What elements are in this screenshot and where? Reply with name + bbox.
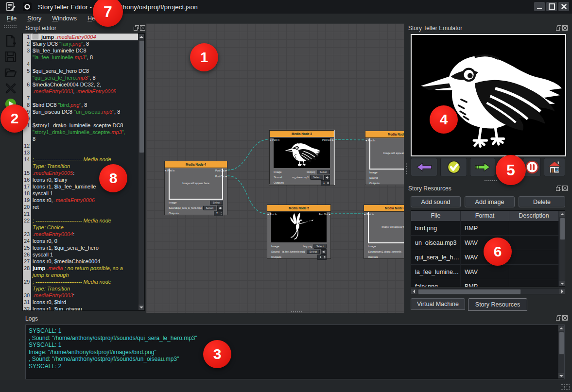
code-line[interactable]: 8 bbox=[23, 136, 138, 142]
node-title[interactable]: Media Node 4 bbox=[165, 161, 227, 168]
code-line[interactable]: 3$la_fee_luminelle DC8 bbox=[23, 47, 138, 54]
code-line[interactable]: 32lcons r1, $un_oiseau bbox=[23, 306, 138, 310]
code-line[interactable]: 25lcons r1, $qui_sera_le_hero bbox=[23, 244, 138, 251]
media-node[interactable]: Media Node 3Imagebird.pngSelectSoundun_o… bbox=[269, 130, 334, 185]
close-project-button[interactable] bbox=[4, 82, 17, 95]
script-editor-close-icon[interactable] bbox=[139, 25, 146, 31]
resources-float-icon[interactable] bbox=[555, 185, 562, 191]
script-editor[interactable]: 1jump .mediaEntry00042$fairy DC8 "fairy.… bbox=[22, 33, 145, 311]
new-script-button[interactable] bbox=[4, 34, 17, 48]
code-line[interactable]: 19lcons r0, .mediaEntry0006 bbox=[23, 197, 138, 204]
code-line[interactable]: 13 bbox=[23, 149, 138, 156]
code-line[interactable]: "qui_sera_le_hero.mp3", 8 bbox=[23, 74, 138, 81]
code-line[interactable]: 2$fairy DC8 "fairy.png", 8 bbox=[23, 40, 138, 47]
code-line[interactable]: jump is enough bbox=[23, 272, 138, 278]
resources-close-icon[interactable] bbox=[562, 185, 568, 191]
code-line[interactable]: 26syscall 1 bbox=[23, 251, 138, 258]
scrollbar-thumb[interactable] bbox=[139, 40, 144, 153]
node-title[interactable]: Media Node bbox=[365, 131, 404, 138]
port-in[interactable]: ◄ Port In bbox=[267, 213, 277, 216]
tab-virtual-machine[interactable]: Virtual Machine bbox=[411, 298, 465, 310]
scroll-up-button[interactable] bbox=[559, 211, 565, 217]
script-editor-float-icon[interactable] bbox=[133, 25, 139, 31]
outputs-spinner[interactable]: 2 bbox=[214, 211, 223, 216]
code-line[interactable]: 12 bbox=[23, 142, 138, 149]
code-line[interactable]: 31lcons r0, $bird bbox=[23, 299, 138, 306]
sound-select-button[interactable]: Select bbox=[310, 175, 323, 180]
emulator-header[interactable]: Story Teller Emulator bbox=[408, 24, 462, 32]
script-editor-header[interactable]: Script editor bbox=[25, 24, 56, 32]
code-line[interactable]: 5$qui_sera_le_hero DC8 bbox=[23, 68, 138, 74]
logs-scrollbar[interactable] bbox=[558, 325, 564, 379]
splitter-handle-bottom[interactable] bbox=[291, 311, 303, 313]
back-button[interactable] bbox=[411, 158, 437, 176]
spin-up-icon[interactable] bbox=[327, 181, 329, 183]
image-select-button[interactable]: Select bbox=[210, 200, 223, 205]
code-line[interactable]: Type: Transition bbox=[23, 285, 138, 292]
code-line[interactable]: 21 bbox=[23, 210, 138, 217]
port-out[interactable]: Port Out ► bbox=[215, 169, 227, 172]
media-node[interactable]: Media Node 5Imagefairy.pngSelectSoundla_… bbox=[267, 205, 331, 259]
menu-story[interactable]: Story bbox=[27, 15, 41, 22]
resources-table-vscroll[interactable] bbox=[559, 211, 565, 287]
scroll-down-button[interactable] bbox=[139, 305, 144, 310]
code-line[interactable]: .mediaEntry0003, .mediaEntry0005 bbox=[23, 88, 138, 95]
code-line[interactable]: 22; -------------------------- Media nod… bbox=[23, 217, 138, 224]
menu-file[interactable]: File bbox=[7, 15, 17, 22]
media-node[interactable]: Media Node 6Image will appear hereImageS… bbox=[364, 205, 404, 259]
code-line[interactable]: 10 bbox=[23, 115, 138, 122]
sound-select-button[interactable]: Select bbox=[404, 175, 404, 180]
play-sound-button[interactable] bbox=[217, 205, 223, 211]
code-line[interactable]: 29; -------------------------- Media nod… bbox=[23, 278, 138, 285]
node-title[interactable]: Media Node 3 bbox=[270, 131, 334, 137]
sound-select-button[interactable]: Select bbox=[203, 205, 216, 210]
logs-close-icon[interactable] bbox=[562, 315, 568, 321]
column-header[interactable]: Description bbox=[509, 211, 559, 221]
code-line[interactable]: 11$story1_drako_luminelle_sceptre DC8 bbox=[23, 122, 138, 129]
splitter-handle-right[interactable] bbox=[405, 163, 408, 175]
scrollbar-thumb[interactable] bbox=[560, 218, 565, 240]
media-node[interactable]: Media Node 4Image will appear hereImageS… bbox=[164, 161, 227, 215]
sound-select-button[interactable]: Select bbox=[307, 249, 320, 254]
port-in[interactable]: ◄ Port In bbox=[269, 138, 279, 141]
image-select-button[interactable]: Select bbox=[313, 244, 327, 249]
emulator-float-icon[interactable] bbox=[555, 25, 562, 31]
tab-story-resources[interactable]: Story Resources bbox=[468, 298, 527, 311]
column-header[interactable]: Format bbox=[461, 211, 509, 221]
code-line[interactable]: 9$un_oiseau DC8 "un_oiseau.mp3", 8 bbox=[23, 108, 138, 115]
code-line[interactable]: 18syscall 1 bbox=[23, 190, 138, 197]
scroll-down-button[interactable] bbox=[558, 373, 564, 378]
code-line[interactable]: 6$mediaChoice0004 DC32, 2, bbox=[23, 81, 138, 88]
scrollbar-thumb[interactable] bbox=[418, 289, 521, 294]
port-in[interactable]: ◄ Port In bbox=[365, 139, 375, 142]
code-line[interactable]: 14; -------------------------- Media nod… bbox=[23, 156, 138, 163]
title-bar[interactable]: StoryTeller Editor - /home/anthony/ostpr… bbox=[0, 0, 572, 14]
scroll-up-button[interactable] bbox=[139, 34, 144, 39]
outputs-spinner[interactable]: 1 bbox=[317, 255, 327, 260]
log-console[interactable]: SYSCALL: 1, Sound: "/home/anthony/ostpro… bbox=[25, 324, 565, 379]
port-out[interactable]: Port Out ► bbox=[319, 213, 331, 216]
port-in[interactable]: ◄ Port In bbox=[364, 213, 374, 216]
code-line[interactable]: 20ret bbox=[23, 204, 138, 210]
home-button[interactable] bbox=[544, 158, 565, 176]
table-row[interactable]: fairy.pngBMP bbox=[411, 279, 565, 287]
port-out[interactable]: Port Out ► bbox=[322, 138, 334, 141]
code-line[interactable]: 27lcons r0, $mediaChoice0004 bbox=[23, 258, 138, 265]
code-line[interactable]: "la_fee_luminelle.mp3", 8 bbox=[23, 54, 138, 61]
spin-up-icon[interactable] bbox=[220, 211, 222, 213]
open-button[interactable] bbox=[4, 66, 17, 80]
node-canvas[interactable]: Media Node 4Image will appear hereImageS… bbox=[146, 23, 404, 313]
maximize-button[interactable] bbox=[546, 2, 557, 11]
spin-up-icon[interactable] bbox=[324, 255, 326, 257]
scroll-down-button[interactable] bbox=[559, 281, 565, 286]
sound-select-button[interactable]: Select bbox=[404, 249, 404, 254]
spin-down-icon[interactable] bbox=[220, 214, 222, 216]
play-sound-button[interactable] bbox=[321, 249, 327, 255]
code-line[interactable]: 7 bbox=[23, 95, 138, 102]
port-in[interactable]: ◄ Port In bbox=[164, 169, 174, 172]
spin-down-icon[interactable] bbox=[327, 183, 329, 185]
delete-button[interactable]: Delete bbox=[519, 196, 565, 207]
close-button[interactable] bbox=[558, 2, 569, 11]
play-sound-button[interactable] bbox=[324, 175, 330, 180]
resources-table-hscroll[interactable] bbox=[411, 288, 565, 294]
